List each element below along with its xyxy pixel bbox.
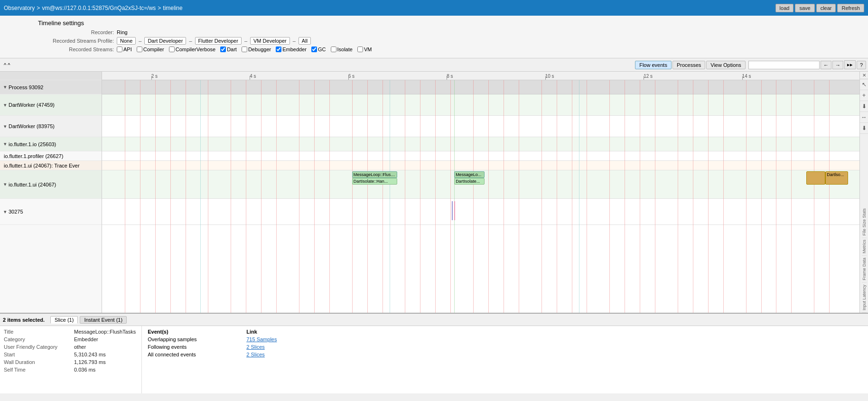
slice-msgloop-1[interactable]: MessageLoop::FlushTasks (352, 171, 398, 178)
clear-button[interactable]: clear (816, 4, 836, 12)
detail-divider (141, 326, 142, 393)
profile-dart-developer[interactable]: Dart Developer (144, 37, 186, 45)
breadcrumb-observatory[interactable]: Observatory (4, 5, 35, 11)
search-input[interactable] (748, 61, 820, 69)
start-val: 5,310.243 ms (74, 352, 106, 357)
refresh-button[interactable]: Refresh (837, 4, 864, 12)
nav-next-button[interactable]: → (832, 61, 843, 69)
zoom-in-tool[interactable]: + (860, 90, 868, 101)
io-io-label: io.flutter.1.io (25603) (9, 141, 56, 147)
expand-dartworker2[interactable]: ▾ (4, 123, 7, 130)
slice-msgloop-2[interactable]: MessageLo... (454, 171, 485, 178)
streams-profile-row: Recorded Streams Profile: None – Dart De… (38, 37, 859, 45)
stream-dart[interactable]: Dart (220, 47, 237, 52)
vline-orange (609, 80, 610, 313)
stream-debugger[interactable]: Debugger (242, 47, 271, 52)
streams-label: Recorded Streams: (38, 47, 114, 52)
uf-category-val: other (74, 344, 86, 350)
vline-orange (708, 80, 709, 313)
close-button[interactable]: ✕ (860, 72, 868, 79)
vline-orange (587, 80, 587, 313)
metrics-label[interactable]: Metrics (862, 238, 867, 256)
profile-vm-developer[interactable]: VM Developer (250, 37, 290, 45)
vline-orange (504, 80, 504, 313)
process-label: Process 93092 (9, 84, 43, 90)
tick-2s: 2 s (151, 72, 158, 80)
stream-compiler-checkbox[interactable] (137, 47, 142, 52)
recorder-value: Ring (117, 29, 128, 35)
overlapping-link[interactable]: 715 Samples (246, 336, 277, 342)
stream-compilerverbose[interactable]: CompilerVerbose (169, 47, 215, 52)
profile-flutter-developer[interactable]: Flutter Developer (195, 37, 242, 45)
title-key: Title (4, 329, 70, 335)
processes-button[interactable]: Processes (672, 61, 705, 69)
stream-isolate-checkbox[interactable] (331, 47, 336, 52)
expand-process[interactable]: ▾ (4, 84, 7, 90)
stream-api-checkbox[interactable] (117, 47, 122, 52)
slice-tab[interactable]: Slice (1) (50, 316, 78, 324)
slice-dartisolate-1[interactable]: DartIsolate::Han... (352, 178, 398, 185)
cursor-tool[interactable]: ↖ (860, 79, 868, 90)
timeline-end-tool[interactable]: ⬇ (860, 123, 868, 134)
pan-tool[interactable]: ⬇ (860, 101, 868, 112)
label-30275: 30275 (9, 209, 23, 214)
walldur-key: Wall Duration (4, 359, 70, 365)
help-button[interactable]: ? (857, 61, 866, 69)
save-button[interactable]: save (795, 4, 814, 12)
vline-orange (814, 80, 814, 313)
vline-orange (367, 80, 368, 313)
stream-embedder-checkbox[interactable] (276, 47, 281, 52)
stream-gc-checkbox[interactable] (311, 47, 317, 52)
vline-orange (761, 80, 762, 313)
frame-data-label[interactable]: Frame Data (862, 256, 867, 283)
vline-orange (208, 80, 208, 313)
expand-tool[interactable]: ↔ (860, 112, 868, 123)
expand-dartworker1[interactable]: ▾ (4, 102, 7, 108)
ui-trace-label: io.flutter.1.ui (24067): Trace Ever (4, 163, 80, 168)
nav-fast-button[interactable]: ▸▸ (844, 60, 856, 69)
file-size-stats-label[interactable]: File Size Stats (862, 206, 867, 238)
vline-orange (640, 80, 640, 313)
stream-debugger-checkbox[interactable] (242, 47, 247, 52)
bottom-content: Title MessageLoop::FlushTasks Category E… (0, 326, 868, 393)
stream-embedder[interactable]: Embedder (276, 47, 307, 52)
view-options-button[interactable]: View Options (706, 61, 746, 69)
slice-dartisolate-2[interactable]: DartIsolate... (454, 178, 485, 185)
expand-30275[interactable]: ▾ (4, 209, 7, 215)
overlapping-label: Overlapping samples (148, 336, 243, 342)
vline-cyan (390, 80, 390, 313)
timeline-area[interactable]: 2 s 4 s 6 s 8 s 10 s 12 s 14 s (function… (102, 72, 859, 313)
breadcrumb-vm-url[interactable]: vm@ws://127.0.0.1:52875/GnQa2xSJ-tc=/ws (42, 5, 156, 11)
timeline-tracks[interactable]: (function() { const area = document.getE… (102, 80, 859, 313)
stream-dart-checkbox[interactable] (220, 47, 226, 52)
following-link[interactable]: 2 Slices (246, 344, 265, 350)
following-row: Following events 2 Slices (148, 344, 277, 350)
vline-orange (420, 80, 420, 313)
profile-none[interactable]: None (117, 37, 136, 45)
stream-gc[interactable]: GC (311, 47, 326, 52)
profile-all[interactable]: All (299, 37, 311, 45)
right-sidebar: ✕ ↖ + ⬇ ↔ ⬇ File Size Stats Metrics Fram… (859, 72, 868, 313)
tick-8s: 8 s (447, 72, 453, 80)
expand-ui[interactable]: ▾ (4, 181, 7, 187)
stream-api[interactable]: API (117, 47, 132, 52)
slice-dartiso-right[interactable]: Dartlso... (825, 171, 848, 185)
expand-io-io[interactable]: ▾ (4, 141, 7, 147)
stream-isolate[interactable]: Isolate (331, 47, 353, 52)
nav-prev-button[interactable]: ← (821, 61, 831, 69)
slice-right-1[interactable] (806, 171, 825, 185)
instant-event-tab[interactable]: Instant Event (1) (80, 316, 127, 324)
detail-uf-category-row: User Friendly Category other (4, 344, 136, 350)
load-button[interactable]: load (775, 4, 794, 12)
stream-vm[interactable]: VM (357, 47, 372, 52)
stream-compiler[interactable]: Compiler (137, 47, 164, 52)
connected-link[interactable]: 2 Slices (246, 352, 265, 357)
flow-events-button[interactable]: Flow events (635, 61, 672, 69)
vline-orange (829, 80, 830, 313)
input-latency-label[interactable]: Input Latency (862, 283, 867, 313)
stream-vm-checkbox[interactable] (357, 47, 363, 52)
vline-orange (473, 80, 474, 313)
vline-orange (246, 80, 246, 313)
recorder-label: Recorder: (38, 29, 114, 35)
stream-compilerverbose-checkbox[interactable] (169, 47, 175, 52)
